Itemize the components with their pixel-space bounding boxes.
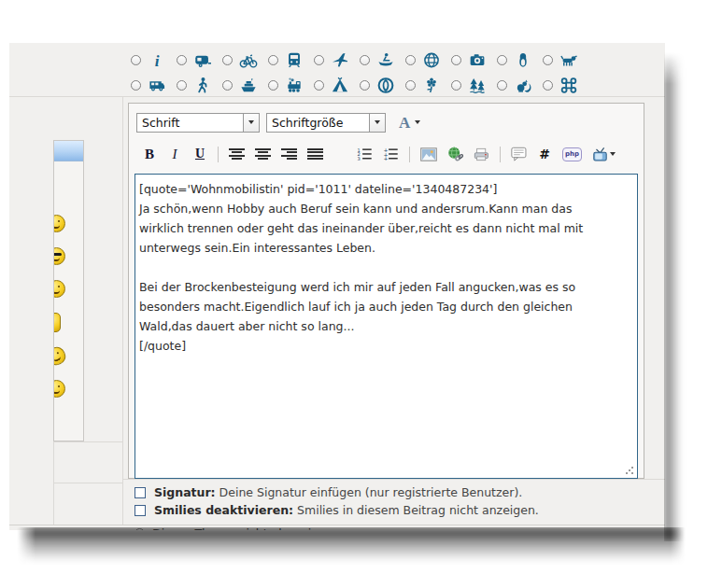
bold-button[interactable]: B — [142, 145, 157, 163]
chevron-down-icon — [248, 120, 254, 124]
post-icon-option — [177, 77, 222, 94]
post-icon-radio-emblem[interactable] — [360, 80, 370, 91]
chevron-down-icon — [415, 120, 420, 124]
message-textarea[interactable]: [quote='Wohnmobilistin' pid='1011' datel… — [134, 174, 638, 479]
font-size-select-dropdown-button[interactable] — [369, 114, 385, 132]
smiley-sunglasses[interactable] — [53, 247, 65, 265]
divider — [122, 479, 665, 480]
editor-toolbar-row-1: Schrift Schriftgröße A — [129, 104, 644, 133]
signature-checkbox[interactable] — [134, 487, 146, 498]
insert-image-button[interactable] — [420, 145, 437, 163]
divider — [122, 96, 123, 525]
font-select-dropdown-button[interactable] — [243, 114, 259, 132]
train-icon — [284, 51, 304, 69]
insert-quote-button[interactable] — [511, 145, 527, 163]
flower-icon — [421, 77, 442, 94]
post-icon-radio-penguin[interactable] — [497, 55, 507, 65]
post-icon-radio-tent[interactable] — [314, 80, 324, 91]
post-icon-radio-camper-van[interactable] — [131, 80, 141, 91]
post-icon-radio-airplane[interactable] — [314, 55, 324, 65]
post-icon-option — [543, 77, 588, 94]
post-icon-radio-squirrel[interactable] — [497, 80, 507, 91]
hiker-icon — [192, 77, 213, 94]
chevron-down-icon — [375, 120, 380, 124]
disable-smilies-description: Smilies in diesem Beitrag nicht anzeigen… — [297, 503, 539, 517]
screenshot-drop-shadow — [664, 52, 688, 541]
smiley-grin[interactable] — [53, 380, 65, 398]
font-color-button[interactable]: A — [399, 115, 420, 131]
post-icon-option — [497, 51, 543, 69]
camper-van-icon — [147, 77, 167, 94]
insert-email-button[interactable] — [474, 145, 489, 163]
php-icon: php — [562, 147, 582, 161]
align-left-button[interactable] — [229, 148, 245, 160]
svg-text:3: 3 — [358, 156, 361, 161]
post-icon-option: i — [131, 51, 177, 69]
forum-reply-screenshot: i Schrift Schriftgröße — [9, 43, 665, 530]
align-right-button[interactable] — [281, 148, 297, 160]
tent-icon — [330, 77, 350, 94]
post-icon-option — [405, 77, 451, 94]
insert-php-button[interactable]: php — [562, 145, 582, 163]
unordered-list-button[interactable]: +++ — [383, 145, 399, 163]
smiley-thumbs-up[interactable] — [53, 313, 61, 332]
post-icon-radio-info[interactable] — [131, 55, 141, 65]
message-area-wrap: [quote='Wohnmobilistin' pid='1011' datel… — [134, 174, 638, 479]
insert-code-button[interactable]: # — [537, 145, 552, 163]
divider — [9, 96, 665, 97]
smiley-panel-header — [54, 141, 83, 161]
smiley-dance[interactable] — [53, 344, 68, 368]
font-select[interactable]: Schrift — [136, 113, 260, 133]
font-size-select[interactable]: Schriftgröße — [266, 113, 386, 133]
post-icon-option — [222, 51, 268, 69]
post-icon-option — [360, 51, 405, 69]
post-icon-radio-dog[interactable] — [543, 55, 553, 65]
post-icon-option — [405, 51, 451, 69]
post-icon-radio-caravan[interactable] — [177, 55, 187, 65]
align-justify-button[interactable] — [307, 148, 323, 160]
page-canvas: i Schrift Schriftgröße — [0, 0, 722, 588]
ordered-list-button[interactable]: 123 — [357, 145, 373, 163]
smiley-smile[interactable] — [53, 280, 65, 298]
post-icon-radio-globe[interactable] — [405, 55, 416, 65]
camera-icon — [467, 51, 488, 69]
post-icon-radio-ship[interactable] — [222, 80, 233, 91]
post-icon-radio-camera[interactable] — [451, 55, 461, 65]
insert-video-button[interactable] — [592, 145, 616, 163]
editor-toolbar-row-2: B I U 123 +++ — [129, 143, 644, 165]
caravan-icon — [192, 51, 213, 69]
toolbar-separator — [409, 147, 410, 162]
disable-smilies-label: Smilies deaktivieren: — [154, 503, 293, 517]
italic-button[interactable]: I — [167, 145, 182, 163]
signature-option-row: Signatur: Deine Signatur einfügen (nur r… — [134, 485, 522, 499]
disable-smilies-checkbox[interactable] — [134, 505, 146, 516]
post-icon-radio-train[interactable] — [268, 55, 278, 65]
post-icon-selector: i — [131, 48, 588, 98]
post-icon-row-2 — [131, 73, 588, 98]
post-icon-radio-locomotive[interactable] — [268, 80, 278, 91]
font-size-select-value: Schriftgröße — [267, 114, 369, 132]
insert-link-icon[interactable] — [447, 145, 463, 163]
smiley-list — [54, 215, 83, 398]
underline-button[interactable]: U — [192, 145, 207, 163]
post-icon-radio-hiker[interactable] — [177, 80, 187, 91]
svg-text:+: + — [384, 155, 389, 161]
post-icon-radio-rowboat[interactable] — [360, 55, 370, 65]
post-icon-radio-bicycle[interactable] — [222, 55, 233, 65]
resize-grip[interactable] — [625, 466, 634, 475]
font-select-value: Schrift — [137, 114, 243, 132]
align-center-button[interactable] — [255, 148, 271, 160]
globe-icon — [421, 51, 442, 69]
smiley-wink[interactable] — [53, 215, 65, 232]
dog-icon — [559, 51, 579, 69]
post-icon-radio-command[interactable] — [543, 80, 553, 91]
svg-text:i: i — [155, 52, 160, 69]
post-icon-option — [268, 51, 314, 69]
post-icon-radio-forest[interactable] — [451, 80, 461, 91]
post-icon-option — [268, 77, 314, 94]
post-icon-radio-flower[interactable] — [405, 80, 416, 91]
toolbar-separator — [218, 147, 219, 162]
bicycle-icon — [238, 51, 259, 69]
post-icon-option — [543, 51, 588, 69]
signature-label: Signatur: — [154, 485, 216, 499]
